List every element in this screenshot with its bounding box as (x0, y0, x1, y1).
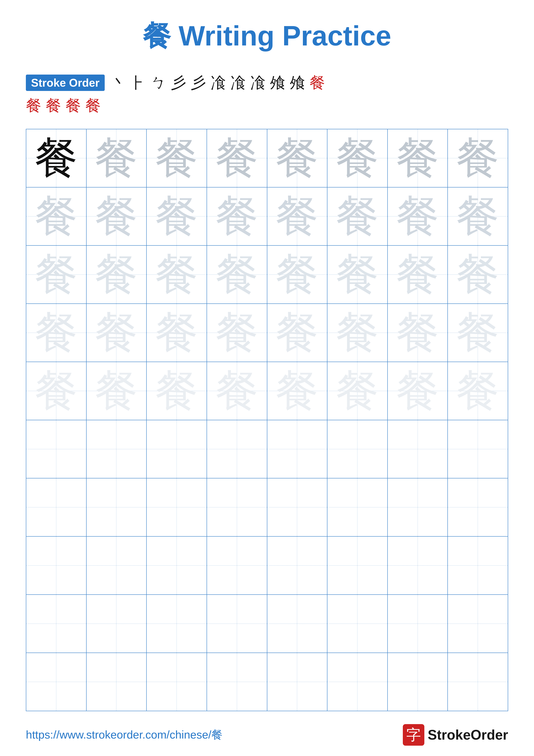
grid-cell-empty (26, 420, 87, 478)
practice-char: 餐 (216, 369, 259, 413)
grid-cell-empty (87, 595, 147, 653)
stroke-1: 丶 (111, 72, 127, 93)
stroke-10: 飧 (290, 72, 305, 93)
stroke-11: 餐 (310, 72, 325, 93)
practice-char: 餐 (155, 137, 198, 180)
grid-row-8 (26, 536, 508, 595)
grid-cell-empty (327, 536, 388, 595)
grid-cell: 餐 (267, 129, 327, 187)
grid-cell: 餐 (26, 187, 87, 245)
stroke-4: 彡 (171, 72, 186, 93)
grid-cell: 餐 (267, 304, 327, 362)
grid-cell-empty (327, 478, 388, 536)
practice-char: 餐 (336, 369, 379, 413)
grid-cell-empty (207, 653, 267, 711)
practice-char: 餐 (336, 311, 379, 354)
grid-cell: 餐 (207, 187, 267, 245)
grid-row-6 (26, 420, 508, 478)
practice-char: 餐 (95, 195, 138, 238)
practice-grid: 餐 餐 餐 餐 餐 餐 餐 餐 (26, 129, 508, 711)
grid-row-1: 餐 餐 餐 餐 餐 餐 餐 餐 (26, 129, 508, 187)
practice-char: 餐 (216, 311, 259, 354)
grid-cell: 餐 (87, 187, 147, 245)
grid-cell-empty (388, 653, 448, 711)
grid-cell-empty (388, 478, 448, 536)
stroke-8: 飡 (250, 72, 266, 93)
grid-cell-empty (87, 478, 147, 536)
footer-logo-icon: 字 (403, 724, 424, 746)
grid-cell: 餐 (327, 129, 388, 187)
grid-cell: 餐 (267, 245, 327, 304)
grid-cell: 餐 (388, 187, 448, 245)
practice-char: 餐 (456, 137, 499, 180)
practice-char: 餐 (396, 369, 439, 413)
practice-char: 餐 (95, 137, 138, 180)
grid-cell: 餐 (87, 362, 147, 420)
practice-char: 餐 (95, 311, 138, 354)
practice-char: 餐 (336, 137, 379, 180)
grid-cell: 餐 (388, 129, 448, 187)
grid-cell-empty (267, 536, 327, 595)
grid-row-7 (26, 478, 508, 536)
practice-char: 餐 (155, 311, 198, 354)
grid-cell: 餐 (327, 187, 388, 245)
practice-char: 餐 (456, 369, 499, 413)
logo-char: 字 (406, 725, 421, 745)
grid-cell-empty (267, 478, 327, 536)
grid-cell-empty (146, 653, 207, 711)
grid-cell-empty (207, 420, 267, 478)
grid-cell-empty (207, 595, 267, 653)
grid-cell: 餐 (327, 245, 388, 304)
practice-char: 餐 (275, 253, 318, 296)
grid-cell: 餐 (388, 304, 448, 362)
stroke-chars-row1: 丶 ⺊ ㄅ 彡 彡 飡 飡 飡 飧 飧 餐 (111, 72, 325, 93)
grid-cell: 餐 (146, 245, 207, 304)
practice-char: 餐 (275, 137, 318, 180)
grid-cell-empty (146, 420, 207, 478)
grid-cell: 餐 (447, 304, 508, 362)
practice-char: 餐 (336, 195, 379, 238)
footer: https://www.strokeorder.com/chinese/餐 字 … (26, 724, 508, 746)
practice-char: 餐 (396, 311, 439, 354)
practice-char: 餐 (95, 369, 138, 413)
grid-cell-empty (26, 653, 87, 711)
grid-row-3: 餐 餐 餐 餐 餐 餐 餐 餐 (26, 245, 508, 304)
grid-cell: 餐 (447, 245, 508, 304)
grid-cell: 餐 (26, 362, 87, 420)
page-title: 餐 Writing Practice (143, 17, 391, 55)
grid-cell-empty (388, 536, 448, 595)
grid-cell: 餐 (327, 304, 388, 362)
grid-cell: 餐 (207, 129, 267, 187)
grid-cell: 餐 (207, 304, 267, 362)
grid-cell-empty (388, 595, 448, 653)
grid-row-4: 餐 餐 餐 餐 餐 餐 餐 餐 (26, 304, 508, 362)
stroke-12: 餐 (26, 95, 41, 116)
practice-char: 餐 (35, 137, 78, 180)
practice-char: 餐 (456, 195, 499, 238)
grid-cell-empty (87, 420, 147, 478)
practice-char: 餐 (396, 137, 439, 180)
practice-char: 餐 (456, 253, 499, 296)
practice-char: 餐 (396, 195, 439, 238)
grid-cell-empty (327, 595, 388, 653)
practice-char: 餐 (35, 369, 78, 413)
grid-cell: 餐 (146, 362, 207, 420)
stroke-13: 餐 (46, 95, 61, 116)
practice-char: 餐 (275, 311, 318, 354)
footer-logo: 字 StrokeOrder (403, 724, 508, 746)
grid-cell-empty (207, 478, 267, 536)
stroke-14: 餐 (65, 95, 81, 116)
practice-char: 餐 (95, 253, 138, 296)
footer-logo-text: StrokeOrder (428, 727, 508, 743)
stroke-order-row1: Stroke Order 丶 ⺊ ㄅ 彡 彡 飡 飡 飡 飧 飧 餐 (26, 72, 508, 93)
footer-url[interactable]: https://www.strokeorder.com/chinese/餐 (26, 727, 222, 742)
grid-cell: 餐 (207, 362, 267, 420)
practice-char: 餐 (275, 369, 318, 413)
grid-cell-empty (267, 595, 327, 653)
grid-cell: 餐 (146, 129, 207, 187)
practice-char: 餐 (155, 253, 198, 296)
grid-cell: 餐 (146, 304, 207, 362)
grid-cell-empty (447, 595, 508, 653)
practice-char: 餐 (456, 311, 499, 354)
practice-char: 餐 (155, 369, 198, 413)
